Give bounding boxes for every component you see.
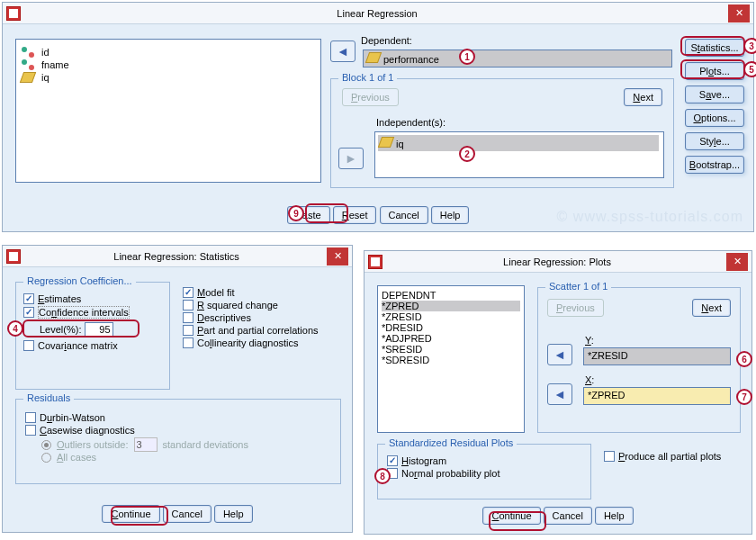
plots-window: Linear Regression: Plots ✕ DEPENDNT *ZPR… [364,250,752,535]
dependent-label: Dependent: [361,35,412,46]
options-button[interactable]: Options... [685,109,744,127]
statistics-window: Linear Regression: Statistics ✕ Regressi… [2,245,353,533]
histogram-checkbox[interactable]: Histogram [387,455,581,466]
help-button[interactable]: Help [595,507,634,525]
list-item[interactable]: DEPENDNT [382,290,520,301]
app-icon [6,6,21,21]
marker-7: 7 [736,389,752,405]
marker-8: 8 [374,468,391,484]
nominal-icon [22,59,34,70]
independent-value: iq [396,139,404,149]
reset-button[interactable]: Reset [333,206,377,224]
checkbox-icon [25,425,36,436]
variables-listbox[interactable]: id fname iq [15,39,321,183]
block-label: Block 1 of 1 [338,72,397,83]
scatter-group: Scatter 1 of 1 Previous Next Y: ◄ *ZRESI… [537,287,741,433]
list-item[interactable]: *DRESID [382,322,520,333]
regcoef-label: Regression Coefficien... [23,275,136,286]
help-button[interactable]: Help [214,505,253,523]
x-field[interactable]: *ZPRED [583,387,731,405]
nominal-icon [22,47,34,58]
next-button[interactable]: Next [692,299,731,317]
statistics-button[interactable]: Statistics... [685,39,744,57]
list-item[interactable]: fname [22,59,315,70]
checkbox-icon [183,325,194,336]
plots-button-row: Continue Cancel Help [364,507,752,525]
produce-all-checkbox[interactable]: Produce all partial plots [604,451,721,462]
collin-checkbox[interactable]: Collinearity diagnostics [183,338,319,348]
marker-1: 1 [459,49,475,65]
list-item[interactable]: *ADJPRED [382,333,520,344]
list-item[interactable]: *SDRESID [382,355,520,365]
save-button[interactable]: Save... [685,86,744,104]
app-icon [368,255,382,269]
help-button[interactable]: Help [431,206,470,224]
close-icon[interactable]: ✕ [728,4,750,22]
y-field[interactable]: *ZRESID [583,347,731,365]
independent-label: Independent(s): [376,117,446,128]
estimates-checkbox[interactable]: Estimates [23,293,162,304]
x-label: X: [585,374,594,385]
durbin-checkbox[interactable]: Durbin-Watson [25,412,331,423]
cancel-button[interactable]: Cancel [544,507,592,525]
titlebar: Linear Regression: Statistics ✕ [3,246,352,267]
list-item[interactable]: *ZRESID [382,311,520,322]
linear-regression-window: Linear Regression ✕ id fname iq Dependen… [2,2,754,232]
right-checks: Model fit R squared change Descriptives … [183,285,319,350]
residuals-group: Residuals Durbin-Watson Casewise diagnos… [15,399,341,484]
descriptives-checkbox[interactable]: Descriptives [183,312,319,323]
cancel-button[interactable]: Cancel [163,505,212,523]
move-dependent-button[interactable]: ◄ [330,40,356,62]
marker-5: 5 [743,61,756,77]
checkbox-icon [183,312,194,323]
confint-checkbox[interactable]: Confidence intervals [23,306,162,319]
stddev-label: standard deviations [163,439,248,450]
level-label: Level(%): [40,324,81,335]
marker-2: 2 [459,146,475,162]
covmatrix-checkbox[interactable]: Covariance matrix [23,340,162,351]
checkbox-icon [183,338,194,348]
rsq-checkbox[interactable]: R squared change [183,300,319,310]
casewise-checkbox[interactable]: Casewise diagnostics [25,425,331,436]
plots-listbox[interactable]: DEPENDNT *ZPRED *ZRESID *DRESID *ADJPRED… [377,285,525,433]
marker-3: 3 [743,38,756,54]
close-icon[interactable]: ✕ [726,253,748,271]
list-item[interactable]: *SRESID [382,344,520,355]
partcorr-checkbox[interactable]: Part and partial correlations [183,325,319,336]
stdres-label: Standardized Residual Plots [385,437,517,448]
independent-listbox[interactable]: iq [374,131,664,178]
side-buttons: Statistics... Plots... Save... Options..… [685,39,744,179]
watermark: © www.spss-tutorials.com [557,209,743,225]
titlebar: Linear Regression ✕ [3,3,753,24]
move-independent-button[interactable]: ► [338,148,364,169]
checkbox-icon [183,300,194,310]
checkbox-icon [604,451,615,462]
list-item[interactable]: iq [378,135,659,151]
continue-button[interactable]: Continue [102,505,159,523]
continue-button[interactable]: Continue [482,507,540,525]
window-title: Linear Regression [26,8,728,19]
list-item[interactable]: *ZPRED [382,301,520,311]
move-x-button[interactable]: ◄ [547,383,572,405]
cancel-button[interactable]: Cancel [380,206,428,224]
style-button[interactable]: Style... [685,132,744,150]
checkbox-icon [23,307,34,318]
scale-icon [365,52,382,63]
list-item[interactable]: iq [22,72,315,83]
modelfit-checkbox[interactable]: Model fit [183,287,319,298]
level-input[interactable] [85,322,113,337]
normalprob-checkbox[interactable]: Normal probability plot [387,468,581,479]
plots-button[interactable]: Plots... [685,62,744,80]
scatter-label: Scatter 1 of 1 [545,281,611,292]
dependent-field[interactable]: performance [363,50,672,68]
list-item[interactable]: id [22,47,315,58]
bootstrap-button[interactable]: Bootstrap... [685,156,744,174]
close-icon[interactable]: ✕ [327,248,348,266]
marker-9: 9 [288,205,304,221]
scale-icon [378,137,394,148]
move-y-button[interactable]: ◄ [547,344,572,365]
next-button[interactable]: Next [624,88,662,106]
var-label: id [41,47,50,58]
block-group: Block 1 of 1 Previous Next Independent(s… [330,78,674,188]
checkbox-icon [23,340,34,351]
